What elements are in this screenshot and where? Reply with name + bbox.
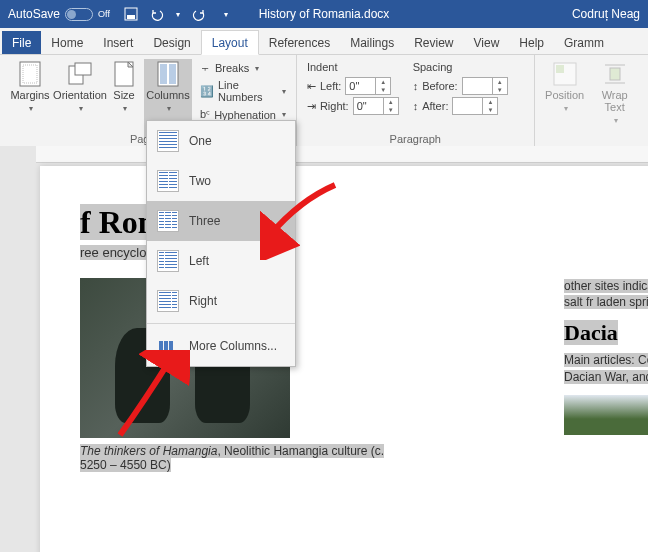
group-arrange: Position▾ Wrap Text▾ bbox=[535, 55, 648, 147]
tab-references[interactable]: References bbox=[259, 31, 340, 54]
spacing-after-input[interactable]: ▲▼ bbox=[452, 97, 498, 115]
margins-icon bbox=[17, 61, 43, 87]
undo-icon[interactable] bbox=[150, 7, 164, 21]
quick-access-toolbar: ▾ ▾ bbox=[124, 7, 228, 21]
left-column-icon bbox=[157, 250, 179, 272]
size-icon bbox=[111, 61, 137, 87]
indent-right-input[interactable]: 0"▲▼ bbox=[353, 97, 399, 115]
svg-rect-11 bbox=[556, 65, 564, 73]
user-name[interactable]: Codruț Neag bbox=[572, 7, 640, 21]
spacing-heading: Spacing bbox=[413, 61, 508, 73]
columns-icon bbox=[155, 61, 181, 87]
ribbon: Margins▾ Orientation▾ Size▾ Columns▾ ⫟Br… bbox=[0, 55, 648, 148]
columns-option-right[interactable]: Right bbox=[147, 281, 295, 321]
tab-design[interactable]: Design bbox=[143, 31, 200, 54]
tab-view[interactable]: View bbox=[464, 31, 510, 54]
size-button[interactable]: Size▾ bbox=[106, 59, 142, 138]
figure-caption: The thinkers of Hamangia, Neolithic Hama… bbox=[80, 444, 396, 472]
ribbon-tabs: File Home Insert Design Layout Reference… bbox=[0, 28, 648, 55]
svg-rect-5 bbox=[75, 63, 91, 75]
wrap-text-icon bbox=[602, 61, 628, 87]
svg-rect-12 bbox=[610, 68, 620, 80]
breaks-icon: ⫟ bbox=[200, 62, 211, 74]
one-column-icon bbox=[157, 130, 179, 152]
horizontal-ruler[interactable] bbox=[36, 146, 648, 163]
tab-home[interactable]: Home bbox=[41, 31, 93, 54]
tab-file[interactable]: File bbox=[2, 31, 41, 54]
svg-rect-9 bbox=[169, 64, 176, 84]
spacing-before-icon: ↕ bbox=[413, 80, 419, 92]
svg-rect-8 bbox=[160, 64, 167, 84]
margins-button[interactable]: Margins▾ bbox=[6, 59, 54, 138]
title-bar: AutoSave Off ▾ ▾ History of Romania.docx… bbox=[0, 0, 648, 28]
indent-heading: Indent bbox=[307, 61, 399, 73]
autosave-label: AutoSave bbox=[8, 7, 60, 21]
indent-left-input[interactable]: 0"▲▼ bbox=[345, 77, 391, 95]
right-column-icon bbox=[157, 290, 179, 312]
columns-option-one[interactable]: One bbox=[147, 121, 295, 161]
autosave-state: Off bbox=[98, 9, 110, 19]
indent-right-icon: ⇥ bbox=[307, 100, 316, 113]
body-paragraph: Main articles: Celts in Transylvania, Da… bbox=[564, 352, 648, 384]
position-button[interactable]: Position▾ bbox=[541, 59, 589, 128]
undo-chevron-icon[interactable]: ▾ bbox=[176, 10, 180, 19]
document-title: History of Romania.docx bbox=[259, 7, 390, 21]
figure-image bbox=[564, 395, 648, 435]
breaks-button[interactable]: ⫟Breaks▾ bbox=[198, 61, 288, 75]
tab-layout[interactable]: Layout bbox=[201, 30, 259, 55]
orientation-button[interactable]: Orientation▾ bbox=[56, 59, 104, 138]
autosave-toggle[interactable]: AutoSave Off bbox=[8, 7, 110, 21]
section-heading: Dacia bbox=[564, 320, 648, 346]
save-icon[interactable] bbox=[124, 7, 138, 21]
line-numbers-icon: 🔢 bbox=[200, 85, 214, 98]
annotation-arrow bbox=[260, 180, 340, 260]
toggle-switch[interactable] bbox=[65, 8, 93, 21]
group-paragraph: Indent ⇤Left:0"▲▼ ⇥Right:0"▲▼ Spacing ↕B… bbox=[297, 55, 535, 147]
tab-help[interactable]: Help bbox=[509, 31, 554, 54]
dropdown-separator bbox=[147, 323, 295, 324]
line-numbers-button[interactable]: 🔢Line Numbers▾ bbox=[198, 78, 288, 104]
tab-mailings[interactable]: Mailings bbox=[340, 31, 404, 54]
three-column-icon bbox=[157, 210, 179, 232]
tab-review[interactable]: Review bbox=[404, 31, 463, 54]
orientation-icon bbox=[67, 61, 93, 87]
position-icon bbox=[552, 61, 578, 87]
paragraph-group-label: Paragraph bbox=[297, 133, 534, 145]
spacing-before-input[interactable]: ▲▼ bbox=[462, 77, 508, 95]
tab-grammarly[interactable]: Gramm bbox=[554, 31, 614, 54]
annotation-arrow bbox=[110, 350, 190, 440]
qat-custom-chevron-icon[interactable]: ▾ bbox=[224, 10, 228, 19]
two-column-icon bbox=[157, 170, 179, 192]
redo-icon[interactable] bbox=[192, 7, 206, 21]
spacing-after-icon: ↕ bbox=[413, 100, 419, 112]
tab-insert[interactable]: Insert bbox=[93, 31, 143, 54]
svg-rect-1 bbox=[127, 15, 135, 19]
body-paragraph: other sites indicates that the Cuc Trypi… bbox=[564, 278, 648, 310]
wrap-text-button[interactable]: Wrap Text▾ bbox=[591, 59, 639, 128]
indent-left-icon: ⇤ bbox=[307, 80, 316, 93]
